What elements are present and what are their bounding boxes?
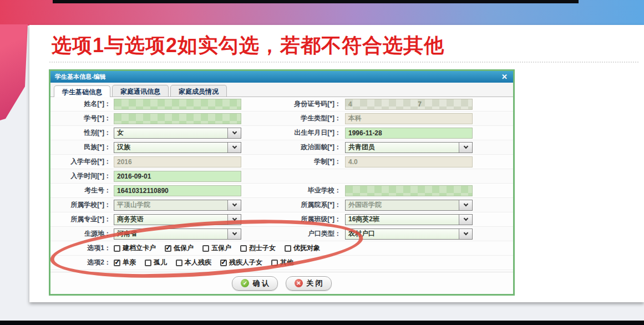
- checkbox-option[interactable]: 建档立卡户: [114, 243, 156, 253]
- select-value: 农村户口: [346, 229, 375, 238]
- select-field[interactable]: 平顶山学院: [114, 200, 241, 211]
- chevron-down-icon[interactable]: [459, 143, 472, 153]
- censored-input[interactable]: [345, 185, 473, 196]
- select-field[interactable]: 河南省: [114, 228, 241, 240]
- form-row: 入学年份[*]：2016学制[*]：4.0: [50, 155, 513, 169]
- checkbox-label: 建档立卡户: [123, 243, 156, 253]
- tab-family-members[interactable]: 家庭成员情况: [170, 85, 227, 97]
- select-value: 16商英2班: [346, 215, 379, 224]
- slide-top-gradient-band: [0, 0, 644, 26]
- field-cell: 商务英语: [114, 214, 241, 225]
- chevron-down-icon[interactable]: [459, 229, 472, 239]
- select-value: 外国语学院: [346, 200, 382, 210]
- checkbox-label: 五保户: [211, 243, 231, 253]
- text-input[interactable]: 4.0: [345, 156, 473, 167]
- dialog-titlebar: 学生基本信息-编辑 ✕: [50, 71, 513, 83]
- visible-digit: 7: [418, 100, 422, 108]
- select-value: 共青团员: [346, 143, 375, 152]
- field-label: 所属班级[*]：: [241, 215, 341, 224]
- checkbox-unchecked[interactable]: [271, 260, 278, 266]
- checkbox-option[interactable]: 单亲: [114, 258, 136, 267]
- checkbox-option[interactable]: 本人残疾: [176, 258, 211, 267]
- field-label: 入学时间[*]：: [50, 171, 111, 181]
- checkbox-option[interactable]: 烈士子女: [240, 243, 276, 253]
- confirm-button[interactable]: ✓ 确 认: [232, 276, 278, 291]
- select-field[interactable]: 共青团员: [345, 142, 473, 153]
- select-field[interactable]: 外国语学院: [345, 200, 473, 211]
- field-cell: [114, 113, 241, 124]
- checkbox-label: 残疾人子女: [229, 258, 262, 267]
- select-field[interactable]: 女: [114, 128, 241, 139]
- chevron-down-icon[interactable]: [227, 143, 241, 153]
- visible-digit: 4: [348, 100, 352, 108]
- checkbox-option[interactable]: 残疾人子女: [220, 258, 262, 267]
- chevron-down-icon[interactable]: [227, 200, 241, 210]
- chevron-glyph: [232, 231, 236, 235]
- checkbox-label: 低保户: [174, 243, 194, 253]
- censored-id-input[interactable]: 47: [345, 99, 473, 110]
- checkbox-label: 孤儿: [154, 258, 167, 267]
- checkbox-option[interactable]: 其他: [271, 258, 293, 267]
- checkbox-checked[interactable]: [220, 260, 227, 266]
- bottom-letterbox-bar: [0, 321, 644, 325]
- field-label: 身份证号码[*]：: [241, 99, 341, 109]
- chevron-down-icon[interactable]: [459, 200, 472, 210]
- checkbox-unchecked[interactable]: [285, 245, 291, 252]
- chevron-glyph: [232, 202, 236, 206]
- tab-family-contact-info[interactable]: 家庭通讯信息: [112, 85, 169, 97]
- text-input[interactable]: 2016: [114, 156, 241, 167]
- chevron-glyph: [232, 130, 236, 134]
- text-input[interactable]: 本科: [345, 113, 473, 124]
- chevron-down-icon[interactable]: [227, 215, 241, 225]
- checkbox-option[interactable]: 低保户: [165, 243, 194, 253]
- close-circle-icon: ✕: [295, 279, 303, 287]
- checkbox-checked[interactable]: [165, 245, 171, 252]
- field-label: 考生号：: [50, 186, 111, 195]
- field-label: 政治面貌[*]：: [241, 143, 341, 152]
- checkbox-unchecked[interactable]: [145, 260, 151, 266]
- close-icon[interactable]: ✕: [501, 73, 508, 80]
- option-items: 单亲孤儿本人残疾残疾人子女其他: [114, 258, 302, 267]
- checkbox-checked[interactable]: [114, 260, 120, 266]
- field-label: 所属院系[*]：: [241, 200, 341, 210]
- censored-input[interactable]: [114, 99, 241, 110]
- dialog-footer: ✓ 确 认 ✕ 关 闭: [50, 272, 513, 294]
- check-circle-icon: ✓: [241, 279, 249, 287]
- dialog-title: 学生基本信息-编辑: [55, 73, 106, 81]
- chevron-down-icon[interactable]: [227, 128, 241, 138]
- text-input[interactable]: 1996-11-28: [345, 128, 473, 139]
- select-field[interactable]: 汉族: [114, 142, 241, 153]
- select-field[interactable]: 商务英语: [114, 214, 241, 225]
- checkbox-option[interactable]: 五保户: [202, 243, 231, 253]
- field-cell: 本科: [345, 113, 473, 124]
- checkbox-option[interactable]: 优抚对象: [285, 243, 320, 253]
- censored-input[interactable]: [114, 113, 241, 124]
- field-label: 毕业学校：: [241, 186, 341, 195]
- dotted-divider: [49, 62, 638, 63]
- text-input[interactable]: 16410312110890: [114, 185, 241, 196]
- select-value: 商务英语: [114, 215, 144, 224]
- close-button[interactable]: ✕ 关 闭: [286, 276, 332, 291]
- checkbox-unchecked[interactable]: [240, 245, 247, 252]
- checkbox-unchecked[interactable]: [176, 260, 182, 266]
- option-row-label: 选项1：: [50, 243, 111, 253]
- form-row: 生源地：河南省户口类型：农村户口: [50, 227, 513, 241]
- chevron-glyph: [232, 216, 236, 221]
- select-value: 女: [114, 128, 124, 138]
- field-label: 姓名[*]：: [50, 99, 111, 109]
- field-label: 生源地：: [50, 229, 111, 238]
- slide-heading: 选项1与选项2如实勾选，若都不符合选其他: [52, 32, 444, 59]
- field-cell: 共青团员: [345, 142, 473, 153]
- chevron-down-icon[interactable]: [459, 215, 472, 225]
- tab-student-basic-info[interactable]: 学生基础信息: [54, 85, 110, 97]
- checkbox-unchecked[interactable]: [114, 245, 120, 252]
- select-field[interactable]: 16商英2班: [345, 214, 473, 225]
- field-label: 所属学校[*]：: [50, 200, 111, 210]
- chevron-down-icon[interactable]: [227, 229, 241, 239]
- field-cell: 16410312110890: [114, 185, 241, 196]
- select-field[interactable]: 农村户口: [345, 228, 473, 240]
- checkbox-option[interactable]: 孤儿: [145, 258, 167, 267]
- checkbox-unchecked[interactable]: [202, 245, 209, 252]
- form-row: 学号[*]：学生类型[*]：本科: [50, 111, 513, 126]
- text-input[interactable]: 2016-09-01: [114, 171, 241, 182]
